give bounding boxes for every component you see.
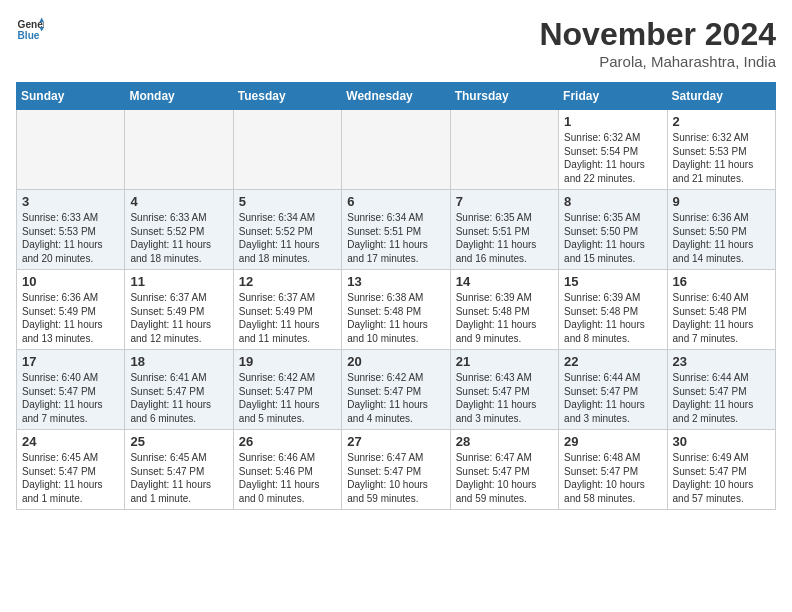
day-info: Sunrise: 6:47 AM Sunset: 5:47 PM Dayligh… <box>456 451 553 505</box>
day-number: 15 <box>564 274 661 289</box>
day-number: 9 <box>673 194 770 209</box>
day-info: Sunrise: 6:42 AM Sunset: 5:47 PM Dayligh… <box>347 371 444 425</box>
day-info: Sunrise: 6:36 AM Sunset: 5:50 PM Dayligh… <box>673 211 770 265</box>
day-number: 2 <box>673 114 770 129</box>
day-number: 23 <box>673 354 770 369</box>
day-number: 22 <box>564 354 661 369</box>
day-number: 3 <box>22 194 119 209</box>
calendar-cell: 27Sunrise: 6:47 AM Sunset: 5:47 PM Dayli… <box>342 430 450 510</box>
calendar-week-3: 10Sunrise: 6:36 AM Sunset: 5:49 PM Dayli… <box>17 270 776 350</box>
day-number: 8 <box>564 194 661 209</box>
day-number: 1 <box>564 114 661 129</box>
calendar-cell: 10Sunrise: 6:36 AM Sunset: 5:49 PM Dayli… <box>17 270 125 350</box>
day-info: Sunrise: 6:41 AM Sunset: 5:47 PM Dayligh… <box>130 371 227 425</box>
day-info: Sunrise: 6:40 AM Sunset: 5:48 PM Dayligh… <box>673 291 770 345</box>
day-info: Sunrise: 6:32 AM Sunset: 5:53 PM Dayligh… <box>673 131 770 185</box>
calendar-cell: 2Sunrise: 6:32 AM Sunset: 5:53 PM Daylig… <box>667 110 775 190</box>
calendar-cell: 9Sunrise: 6:36 AM Sunset: 5:50 PM Daylig… <box>667 190 775 270</box>
logo-icon: General Blue <box>16 16 44 44</box>
day-number: 18 <box>130 354 227 369</box>
calendar-week-5: 24Sunrise: 6:45 AM Sunset: 5:47 PM Dayli… <box>17 430 776 510</box>
calendar-cell: 20Sunrise: 6:42 AM Sunset: 5:47 PM Dayli… <box>342 350 450 430</box>
svg-text:Blue: Blue <box>18 30 40 41</box>
page-header: General Blue November 2024 Parola, Mahar… <box>16 16 776 70</box>
calendar-cell: 5Sunrise: 6:34 AM Sunset: 5:52 PM Daylig… <box>233 190 341 270</box>
day-number: 21 <box>456 354 553 369</box>
day-number: 25 <box>130 434 227 449</box>
day-number: 17 <box>22 354 119 369</box>
day-info: Sunrise: 6:37 AM Sunset: 5:49 PM Dayligh… <box>130 291 227 345</box>
calendar-cell: 3Sunrise: 6:33 AM Sunset: 5:53 PM Daylig… <box>17 190 125 270</box>
calendar-cell: 25Sunrise: 6:45 AM Sunset: 5:47 PM Dayli… <box>125 430 233 510</box>
day-number: 26 <box>239 434 336 449</box>
calendar-cell: 1Sunrise: 6:32 AM Sunset: 5:54 PM Daylig… <box>559 110 667 190</box>
day-number: 19 <box>239 354 336 369</box>
day-number: 20 <box>347 354 444 369</box>
day-number: 4 <box>130 194 227 209</box>
day-info: Sunrise: 6:44 AM Sunset: 5:47 PM Dayligh… <box>673 371 770 425</box>
calendar-cell: 23Sunrise: 6:44 AM Sunset: 5:47 PM Dayli… <box>667 350 775 430</box>
day-number: 16 <box>673 274 770 289</box>
weekday-header-thursday: Thursday <box>450 83 558 110</box>
day-number: 6 <box>347 194 444 209</box>
day-info: Sunrise: 6:39 AM Sunset: 5:48 PM Dayligh… <box>456 291 553 345</box>
day-info: Sunrise: 6:37 AM Sunset: 5:49 PM Dayligh… <box>239 291 336 345</box>
calendar-week-4: 17Sunrise: 6:40 AM Sunset: 5:47 PM Dayli… <box>17 350 776 430</box>
day-info: Sunrise: 6:44 AM Sunset: 5:47 PM Dayligh… <box>564 371 661 425</box>
calendar-cell: 21Sunrise: 6:43 AM Sunset: 5:47 PM Dayli… <box>450 350 558 430</box>
calendar-cell: 26Sunrise: 6:46 AM Sunset: 5:46 PM Dayli… <box>233 430 341 510</box>
day-number: 30 <box>673 434 770 449</box>
day-number: 13 <box>347 274 444 289</box>
day-info: Sunrise: 6:34 AM Sunset: 5:52 PM Dayligh… <box>239 211 336 265</box>
title-block: November 2024 Parola, Maharashtra, India <box>539 16 776 70</box>
calendar-cell: 11Sunrise: 6:37 AM Sunset: 5:49 PM Dayli… <box>125 270 233 350</box>
day-number: 12 <box>239 274 336 289</box>
day-info: Sunrise: 6:33 AM Sunset: 5:53 PM Dayligh… <box>22 211 119 265</box>
calendar-cell: 14Sunrise: 6:39 AM Sunset: 5:48 PM Dayli… <box>450 270 558 350</box>
day-info: Sunrise: 6:40 AM Sunset: 5:47 PM Dayligh… <box>22 371 119 425</box>
weekday-header-saturday: Saturday <box>667 83 775 110</box>
day-info: Sunrise: 6:45 AM Sunset: 5:47 PM Dayligh… <box>130 451 227 505</box>
calendar-cell: 15Sunrise: 6:39 AM Sunset: 5:48 PM Dayli… <box>559 270 667 350</box>
weekday-header-monday: Monday <box>125 83 233 110</box>
location-subtitle: Parola, Maharashtra, India <box>539 53 776 70</box>
calendar-cell: 19Sunrise: 6:42 AM Sunset: 5:47 PM Dayli… <box>233 350 341 430</box>
day-number: 28 <box>456 434 553 449</box>
day-number: 27 <box>347 434 444 449</box>
weekday-header-friday: Friday <box>559 83 667 110</box>
day-number: 29 <box>564 434 661 449</box>
day-info: Sunrise: 6:46 AM Sunset: 5:46 PM Dayligh… <box>239 451 336 505</box>
calendar-cell: 8Sunrise: 6:35 AM Sunset: 5:50 PM Daylig… <box>559 190 667 270</box>
weekday-header-tuesday: Tuesday <box>233 83 341 110</box>
calendar-cell <box>233 110 341 190</box>
day-number: 7 <box>456 194 553 209</box>
calendar-table: SundayMondayTuesdayWednesdayThursdayFrid… <box>16 82 776 510</box>
day-info: Sunrise: 6:32 AM Sunset: 5:54 PM Dayligh… <box>564 131 661 185</box>
calendar-cell <box>450 110 558 190</box>
day-info: Sunrise: 6:36 AM Sunset: 5:49 PM Dayligh… <box>22 291 119 345</box>
day-info: Sunrise: 6:42 AM Sunset: 5:47 PM Dayligh… <box>239 371 336 425</box>
month-title: November 2024 <box>539 16 776 53</box>
calendar-cell: 6Sunrise: 6:34 AM Sunset: 5:51 PM Daylig… <box>342 190 450 270</box>
weekday-header-sunday: Sunday <box>17 83 125 110</box>
day-info: Sunrise: 6:35 AM Sunset: 5:50 PM Dayligh… <box>564 211 661 265</box>
day-info: Sunrise: 6:48 AM Sunset: 5:47 PM Dayligh… <box>564 451 661 505</box>
calendar-cell <box>125 110 233 190</box>
day-info: Sunrise: 6:47 AM Sunset: 5:47 PM Dayligh… <box>347 451 444 505</box>
calendar-cell: 24Sunrise: 6:45 AM Sunset: 5:47 PM Dayli… <box>17 430 125 510</box>
day-number: 14 <box>456 274 553 289</box>
calendar-cell: 7Sunrise: 6:35 AM Sunset: 5:51 PM Daylig… <box>450 190 558 270</box>
calendar-cell: 28Sunrise: 6:47 AM Sunset: 5:47 PM Dayli… <box>450 430 558 510</box>
calendar-body: 1Sunrise: 6:32 AM Sunset: 5:54 PM Daylig… <box>17 110 776 510</box>
day-number: 24 <box>22 434 119 449</box>
calendar-cell: 12Sunrise: 6:37 AM Sunset: 5:49 PM Dayli… <box>233 270 341 350</box>
day-info: Sunrise: 6:43 AM Sunset: 5:47 PM Dayligh… <box>456 371 553 425</box>
logo: General Blue <box>16 16 44 48</box>
day-info: Sunrise: 6:39 AM Sunset: 5:48 PM Dayligh… <box>564 291 661 345</box>
day-number: 10 <box>22 274 119 289</box>
calendar-header-row: SundayMondayTuesdayWednesdayThursdayFrid… <box>17 83 776 110</box>
calendar-week-2: 3Sunrise: 6:33 AM Sunset: 5:53 PM Daylig… <box>17 190 776 270</box>
calendar-cell: 16Sunrise: 6:40 AM Sunset: 5:48 PM Dayli… <box>667 270 775 350</box>
calendar-cell: 29Sunrise: 6:48 AM Sunset: 5:47 PM Dayli… <box>559 430 667 510</box>
day-info: Sunrise: 6:49 AM Sunset: 5:47 PM Dayligh… <box>673 451 770 505</box>
